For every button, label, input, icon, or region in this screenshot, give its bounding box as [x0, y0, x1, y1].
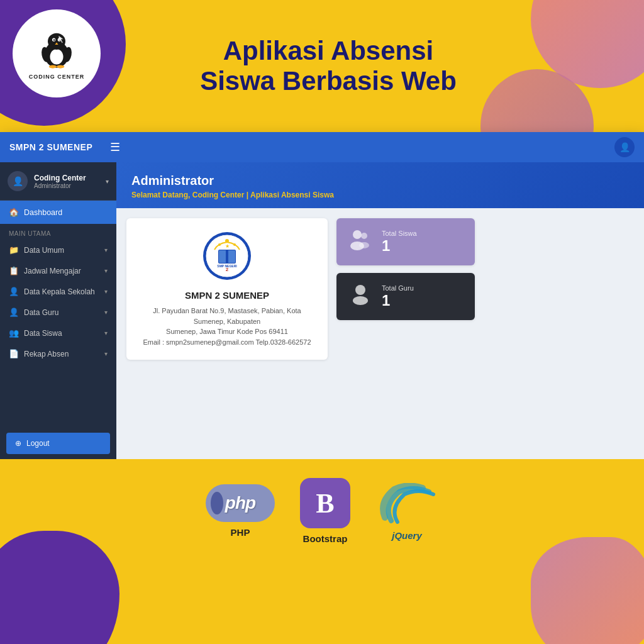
- chevron-right-icon-2: ▾: [104, 267, 108, 274]
- school-info-card: ★ SMP NEGERI 2 SMPN 2 SUMENEP Jl. Payuda…: [126, 218, 328, 360]
- svg-point-30: [353, 296, 368, 305]
- guru-stat-label: Total Guru: [382, 284, 414, 292]
- sidebar-item-rekap[interactable]: 📄 Rekap Absen ▾: [0, 343, 116, 364]
- welcome-brand: Coding Center: [192, 191, 245, 199]
- logo-container: CODING CENTER: [13, 9, 101, 97]
- stat-card-guru: Total Guru 1: [336, 273, 475, 320]
- bottom-blob-right: [531, 537, 644, 644]
- kepala-sekolah-label: Data Kepala Sekolah: [24, 287, 95, 296]
- svg-rect-18: [226, 250, 228, 264]
- sidebar: 👤 Coding Center Administrator ▾ 🏠 Dashbo…: [0, 162, 116, 459]
- svg-point-19: [225, 239, 229, 243]
- top-banner: CODING CENTER Aplikasi Absensi Siswa Ber…: [0, 0, 644, 132]
- svg-point-25: [353, 230, 362, 239]
- stat-card-siswa: Total Siswa 1: [336, 218, 475, 265]
- svg-point-10: [49, 65, 57, 68]
- svg-rect-16: [219, 250, 226, 263]
- tech-item-php: php PHP: [206, 484, 275, 538]
- stat-info-siswa: Total Siswa 1: [382, 230, 417, 255]
- svg-text:★: ★: [225, 243, 230, 249]
- svg-point-5: [53, 39, 55, 41]
- svg-point-29: [355, 285, 365, 295]
- svg-point-1: [50, 49, 64, 65]
- students-icon: 👥: [9, 328, 19, 338]
- siswa-stat-value: 1: [382, 237, 417, 255]
- svg-point-21: [233, 243, 236, 246]
- report-icon: 📄: [9, 349, 19, 358]
- content-body: ★ SMP NEGERI 2 SMPN 2 SUMENEP Jl. Payuda…: [116, 208, 644, 370]
- svg-point-28: [359, 242, 369, 248]
- sidebar-item-dashboard[interactable]: 🏠 Dashboard: [0, 201, 116, 224]
- svg-point-2: [48, 33, 65, 50]
- navbar-avatar[interactable]: 👤: [614, 137, 635, 157]
- main-layout: 👤 Coding Center Administrator ▾ 🏠 Dashbo…: [0, 162, 644, 459]
- logout-button[interactable]: ⊕ Logout: [6, 433, 110, 454]
- chevron-right-icon-4: ▾: [104, 309, 108, 316]
- jquery-logo-icon: [375, 481, 438, 525]
- penguin-logo-icon: [35, 27, 79, 71]
- svg-point-20: [218, 243, 221, 246]
- jquery-label: jQuery: [392, 530, 422, 541]
- sidebar-item-jadwal[interactable]: 📋 Jadwal Mengajar ▾: [0, 260, 116, 281]
- chevron-right-icon: ▾: [104, 247, 108, 253]
- siswa-stat-icon: [349, 228, 372, 255]
- siswa-label: Data Siswa: [24, 329, 62, 338]
- sidebar-section-label: MAIN UTAMA: [0, 224, 116, 240]
- content-title: Administrator: [131, 174, 629, 188]
- app-window: SMPN 2 SUMENEP ☰ 👤 👤 Coding Center Admin…: [0, 132, 644, 459]
- php-logo-icon: php: [206, 484, 275, 522]
- sidebar-user-info: Coding Center Administrator: [34, 174, 99, 189]
- svg-rect-17: [228, 250, 235, 263]
- dashboard-icon: 🏠: [9, 208, 19, 217]
- sidebar-user-section: 👤 Coding Center Administrator ▾: [0, 162, 116, 201]
- rekap-label: Rekap Absen: [24, 350, 69, 358]
- school-logo-icon: ★ SMP NEGERI 2: [202, 231, 252, 281]
- guru-label: Data Guru: [24, 308, 58, 317]
- logo-text: CODING CENTER: [29, 74, 85, 80]
- navbar-brand: SMPN 2 SUMENEP: [9, 142, 92, 152]
- sidebar-user-avatar: 👤: [8, 171, 28, 191]
- navbar: SMPN 2 SUMENEP ☰ 👤: [0, 132, 644, 162]
- teacher-icon: 👤: [9, 308, 19, 317]
- guru-stat-value: 1: [382, 292, 414, 309]
- tech-item-jquery: jQuery: [375, 481, 438, 541]
- sidebar-user-role: Administrator: [34, 182, 99, 189]
- sidebar-item-siswa[interactable]: 👥 Data Siswa ▾: [0, 323, 116, 343]
- sidebar-item-data-umum[interactable]: 📁 Data Umum ▾: [0, 240, 116, 260]
- welcome-text: Selamat Datang, Coding Center | Aplikasi…: [131, 191, 629, 199]
- school-address: Jl. Payudan Barat No.9, Mastasek, Pabian…: [139, 306, 315, 347]
- chevron-right-icon-5: ▾: [104, 330, 108, 336]
- sidebar-item-kepala-sekolah[interactable]: 👤 Data Kepala Sekolah ▾: [0, 281, 116, 302]
- svg-point-11: [57, 65, 64, 68]
- guru-stat-icon: [349, 283, 372, 310]
- banner-heading: Aplikasi Absensi Siswa Berbasis Web: [200, 36, 457, 97]
- logout-label: Logout: [26, 439, 50, 448]
- svg-text:2: 2: [226, 267, 229, 272]
- school-name: SMPN 2 SUMENEP: [139, 290, 315, 301]
- principal-icon: 👤: [9, 287, 19, 296]
- svg-point-27: [361, 233, 367, 239]
- stats-column: Total Siswa 1 Total Guru: [336, 218, 475, 360]
- banner-title: Aplikasi Absensi Siswa Berbasis Web: [126, 0, 531, 132]
- tech-icons-row: php PHP B Bootstrap jQuery: [0, 459, 644, 550]
- chevron-right-icon-3: ▾: [104, 288, 108, 295]
- content-area: Administrator Selamat Datang, Coding Cen…: [116, 162, 644, 459]
- bootstrap-label: Bootstrap: [303, 533, 348, 544]
- schedule-icon: 📋: [9, 266, 19, 275]
- bottom-section: php PHP B Bootstrap jQuery: [0, 459, 644, 644]
- php-label: PHP: [231, 527, 250, 538]
- tech-item-bootstrap: B Bootstrap: [300, 478, 350, 544]
- bootstrap-logo-icon: B: [300, 478, 350, 528]
- siswa-stat-label: Total Siswa: [382, 230, 417, 237]
- stat-info-guru: Total Guru 1: [382, 284, 414, 309]
- sidebar-user-name: Coding Center: [34, 174, 99, 182]
- navbar-toggle-button[interactable]: ☰: [105, 140, 125, 154]
- content-header: Administrator Selamat Datang, Coding Cen…: [116, 162, 644, 208]
- sidebar-dashboard-label: Dashboard: [24, 208, 62, 217]
- chevron-right-icon-6: ▾: [104, 350, 108, 357]
- data-umum-label: Data Umum: [24, 246, 64, 255]
- sidebar-user-expand-icon[interactable]: ▾: [106, 178, 109, 185]
- jadwal-label: Jadwal Mengajar: [24, 267, 81, 275]
- logout-icon: ⊕: [15, 439, 21, 448]
- sidebar-item-guru[interactable]: 👤 Data Guru ▾: [0, 302, 116, 323]
